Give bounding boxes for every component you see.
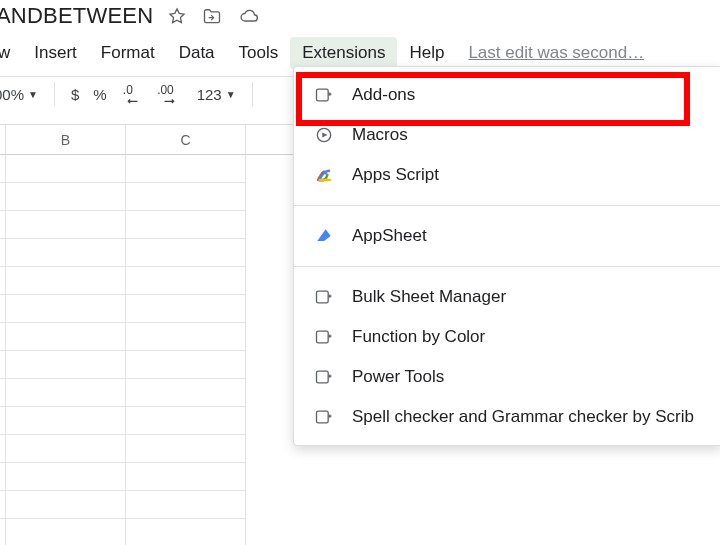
ext-macros-label: Macros (352, 125, 408, 145)
ext-function-by-color[interactable]: Function by Color (294, 317, 720, 357)
svg-text:.0: .0 (122, 83, 132, 97)
menu-tools[interactable]: Tools (227, 37, 291, 69)
number-format-label: 123 (197, 86, 222, 103)
caret-down-icon: ▼ (28, 89, 38, 100)
ext-power-tools[interactable]: Power Tools (294, 357, 720, 397)
menu-extensions[interactable]: Extensions (290, 37, 397, 69)
menu-format[interactable]: Format (89, 37, 167, 69)
menu-data[interactable]: Data (167, 37, 227, 69)
addons-icon (314, 287, 334, 307)
ext-fn-by-color-label: Function by Color (352, 327, 485, 347)
ext-spell-checker[interactable]: Spell checker and Grammar checker by Scr… (294, 397, 720, 437)
svg-rect-5 (317, 331, 329, 343)
ext-macros[interactable]: Macros (294, 115, 720, 155)
addons-icon (314, 407, 334, 427)
divider (54, 82, 55, 106)
column-header[interactable]: B (6, 125, 126, 155)
move-icon[interactable] (201, 6, 223, 26)
macros-icon (314, 125, 334, 145)
zoom-select[interactable]: 00% ▼ (0, 86, 38, 103)
increase-decimal-button[interactable]: .00 (157, 83, 183, 105)
ext-bulk-sheet-manager[interactable]: Bulk Sheet Manager (294, 277, 720, 317)
number-format-select[interactable]: 123 ▼ (197, 86, 236, 103)
ext-apps-script-label: Apps Script (352, 165, 439, 185)
svg-rect-4 (317, 291, 329, 303)
zoom-value: 00% (0, 86, 24, 103)
currency-format-button[interactable]: $ (71, 86, 79, 103)
caret-down-icon: ▼ (226, 89, 236, 100)
menu-divider (294, 205, 720, 206)
star-icon[interactable] (167, 6, 187, 26)
ext-appsheet-label: AppSheet (352, 226, 427, 246)
document-title[interactable]: ANDBETWEEN (0, 3, 153, 29)
ext-spell-checker-label: Spell checker and Grammar checker by Scr… (352, 407, 694, 427)
percent-format-button[interactable]: % (93, 86, 106, 103)
menu-divider (294, 266, 720, 267)
ext-power-tools-label: Power Tools (352, 367, 444, 387)
addons-icon (314, 85, 334, 105)
menubar: w Insert Format Data Tools Extensions He… (0, 36, 720, 70)
menu-help[interactable]: Help (397, 37, 456, 69)
appsheet-icon (314, 226, 334, 246)
addons-icon (314, 327, 334, 347)
ext-apps-script[interactable]: Apps Script (294, 155, 720, 195)
last-edit-link[interactable]: Last edit was second… (456, 43, 644, 63)
svg-rect-6 (317, 371, 329, 383)
cloud-status-icon[interactable] (237, 6, 261, 26)
ext-appsheet[interactable]: AppSheet (294, 216, 720, 256)
svg-rect-7 (317, 411, 329, 423)
apps-script-icon (314, 165, 334, 185)
divider (252, 82, 253, 106)
addons-icon (314, 367, 334, 387)
svg-rect-2 (317, 89, 329, 101)
ext-addons-label: Add-ons (352, 85, 415, 105)
extensions-menu: Add-ons Macros Apps Script AppSheet (293, 66, 720, 446)
menu-view-trunc[interactable]: w (0, 37, 22, 69)
ext-addons[interactable]: Add-ons (294, 75, 720, 115)
decrease-decimal-button[interactable]: .0 (121, 83, 143, 105)
svg-text:.00: .00 (157, 83, 174, 97)
menu-insert[interactable]: Insert (22, 37, 89, 69)
ext-bulk-sheet-label: Bulk Sheet Manager (352, 287, 506, 307)
column-header[interactable]: C (126, 125, 246, 155)
